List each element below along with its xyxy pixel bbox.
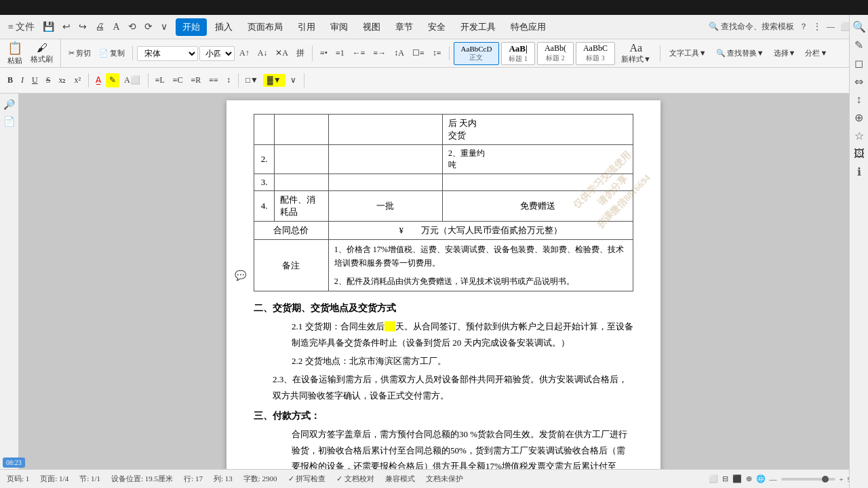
tab-dev[interactable]: 开发工具	[454, 18, 502, 36]
right-panel: 🔍 ✎ ◻ ⇔ ↕ ⊕ ☆ 🖼 ℹ	[849, 15, 868, 488]
menu-tabs: 开始 插入 页面布局 引用 审阅 视图 章节 安全 开发工具 特色应用	[176, 18, 553, 36]
undo2-icon[interactable]: ⟲	[125, 20, 139, 34]
underline-button[interactable]: U	[28, 73, 41, 87]
strikethrough-button[interactable]: S	[43, 73, 54, 87]
more-para-icon[interactable]: ∨	[287, 73, 300, 87]
increase-indent-icon[interactable]: ≡→	[370, 46, 390, 60]
left-sidebar: 🔎 📄	[0, 94, 19, 469]
subscript-button[interactable]: x₂	[55, 73, 69, 87]
tab-chapter[interactable]: 章节	[389, 18, 420, 36]
view-icon-3[interactable]: ⬛	[732, 474, 742, 483]
justify-icon[interactable]: ≡≡	[205, 73, 222, 87]
right-layout-icon[interactable]: ◻	[854, 57, 863, 70]
spell-check-status[interactable]: ✓ 拼写检查	[288, 474, 326, 484]
right-edit-icon[interactable]: ✎	[854, 39, 863, 52]
tab-layout[interactable]: 页面布局	[241, 18, 290, 36]
bold-button[interactable]: B	[4, 73, 16, 87]
style-h2[interactable]: AaBb( 标题 2	[537, 42, 574, 65]
tab-ref[interactable]: 引用	[291, 18, 322, 36]
more-options-icon[interactable]: ⋮	[813, 22, 821, 32]
help-icon[interactable]: ？	[800, 21, 808, 33]
menu-bar: ≡ 文件 💾 ↩ ↪ 🖨 A ⟲ ⟳ ∨ 开始 插入 页面布局 引用 审阅 视图…	[0, 15, 868, 39]
paste-group: 📋 粘贴 🖌 格式刷	[4, 39, 61, 68]
align-right-icon[interactable]: ≡R	[188, 73, 205, 87]
font-family-select[interactable]: 宋体	[137, 46, 198, 61]
text-tools-button[interactable]: 文字工具▼	[666, 46, 710, 60]
paste-button[interactable]: 📋 粘贴	[4, 39, 26, 68]
main-area: 🔎 📄 仅供学习交流使用 请勿分享 拼课微信8816694 💬	[0, 94, 868, 469]
grow-font-icon[interactable]: A↑	[236, 46, 253, 60]
style-h3[interactable]: AaBbC 标题 3	[576, 42, 615, 65]
view-icon-4[interactable]: ⊕	[746, 474, 752, 483]
tab-start[interactable]: 开始	[176, 18, 207, 36]
font-size-select[interactable]: 小四	[199, 46, 235, 61]
border-icon[interactable]: □▼	[242, 73, 262, 87]
style-normal[interactable]: AaBbCcD 正文	[454, 42, 500, 65]
highlight-button[interactable]: ✎	[106, 73, 119, 87]
zoom-slider[interactable]	[781, 478, 835, 481]
new-style-button[interactable]: Aa 新样式▼	[618, 42, 654, 65]
tab-review[interactable]: 审阅	[323, 18, 355, 36]
comment-indicator[interactable]: 💬	[235, 270, 246, 281]
align-center-icon[interactable]: ≡C	[170, 73, 186, 87]
clear-format-icon[interactable]: ✕A	[272, 46, 292, 60]
shrink-font-icon[interactable]: A↓	[254, 46, 271, 60]
redo2-icon[interactable]: ⟳	[142, 20, 155, 34]
find-replace-button[interactable]: 🔍 查找替换▼	[713, 46, 768, 60]
ordered-list-icon[interactable]: ≡1	[332, 46, 348, 60]
save-icon[interactable]: 💾	[40, 20, 57, 34]
tab-view[interactable]: 视图	[356, 18, 387, 36]
doc-align-status[interactable]: ✓ 文档校对	[336, 474, 374, 484]
select-button[interactable]: 选择▼	[770, 46, 800, 60]
font-color-button[interactable]: A̲	[92, 73, 104, 87]
align-left-icon[interactable]: ≡L	[152, 73, 168, 87]
split-button[interactable]: 分栏▼	[802, 46, 831, 60]
highlight-days	[384, 321, 395, 331]
more-menu-icon[interactable]: ∨	[158, 20, 170, 34]
format-group: B I U S x₂ x²	[4, 73, 89, 87]
hamburger-icon[interactable]: ≡ 文件	[5, 20, 37, 35]
left-icon-2[interactable]: 📄	[3, 116, 15, 127]
checkbox-list-icon[interactable]: ☐≡	[409, 46, 428, 60]
italic-button[interactable]: I	[18, 73, 27, 87]
search-command[interactable]: 🔍 查找命令、搜索模板	[709, 21, 794, 33]
view-icon-1[interactable]: ⬜	[709, 474, 718, 483]
right-image-icon[interactable]: 🖼	[854, 148, 865, 160]
tab-security[interactable]: 安全	[421, 18, 452, 36]
section2-title: 二、交货期、交货地点及交货方式	[254, 302, 633, 314]
redo-icon[interactable]: ↪	[76, 20, 90, 34]
line-spacing-icon[interactable]: ↕	[223, 73, 234, 87]
style-h1[interactable]: AaB| 标题 1	[501, 42, 535, 65]
char-border-button[interactable]: A⬜	[121, 73, 144, 87]
zoom-in-icon[interactable]: +	[840, 475, 844, 483]
right-translate-icon[interactable]: ⇔	[854, 75, 863, 88]
zoom-out-icon[interactable]: —	[770, 475, 777, 483]
format-painter-menu-icon[interactable]: A	[110, 20, 122, 34]
format-painter-button[interactable]: 🖌 格式刷	[27, 40, 56, 66]
line-spacing-list-icon[interactable]: ↕≡	[429, 46, 445, 60]
decrease-indent-icon[interactable]: ←≡	[349, 46, 369, 60]
cut-button[interactable]: ✂ 剪切	[65, 46, 94, 60]
right-scroll-icon[interactable]: ↕	[856, 94, 862, 106]
superscript-button[interactable]: x²	[71, 73, 84, 87]
right-add-icon[interactable]: ⊕	[854, 111, 863, 124]
view-icon-5[interactable]: 🌐	[756, 474, 766, 483]
col-info: 列: 13	[214, 474, 233, 484]
undo-icon[interactable]: ↩	[60, 20, 73, 34]
copy-button[interactable]: 📄 复制	[96, 46, 128, 60]
tab-insert[interactable]: 插入	[208, 18, 239, 36]
tab-special[interactable]: 特色应用	[504, 18, 553, 36]
right-star-icon[interactable]: ☆	[854, 129, 864, 142]
doc-page: 仅供学习交流使用 请勿分享 拼课微信8816694 💬 后 天内交货	[226, 100, 660, 469]
left-icon-1[interactable]: 🔎	[3, 99, 15, 110]
right-search-icon[interactable]: 🔍	[852, 20, 866, 33]
phonetic-icon[interactable]: 拼	[293, 45, 308, 61]
right-info-icon[interactable]: ℹ	[857, 165, 861, 178]
view-icon-2[interactable]: ⊟	[722, 474, 728, 483]
shading-icon[interactable]: ▓▼	[263, 74, 285, 87]
print-icon[interactable]: 🖨	[92, 20, 107, 34]
minimize-icon[interactable]: —	[827, 22, 835, 32]
unordered-list-icon[interactable]: ≡•	[317, 46, 331, 60]
section3-title: 三、付款方式：	[254, 410, 633, 422]
outline-icon[interactable]: ↕A	[391, 46, 408, 60]
